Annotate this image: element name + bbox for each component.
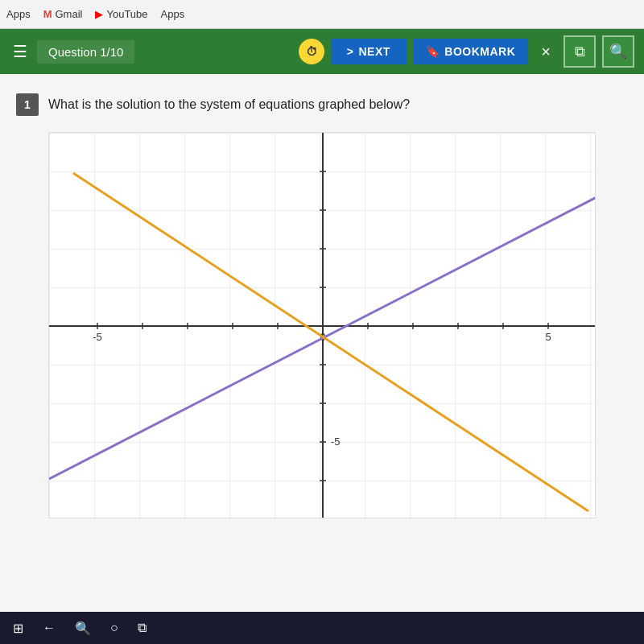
youtube-link[interactable]: ▶ YouTube — [95, 8, 147, 20]
gmail-label: Gmail — [55, 8, 82, 20]
question-counter: Question 1/10 — [37, 40, 134, 64]
search-button[interactable]: 🔍 — [602, 35, 634, 68]
youtube-icon: ▶ — [95, 8, 103, 20]
task-view-icon: ⧉ — [138, 621, 147, 634]
bookmark-label: BOOKMARK — [444, 45, 515, 58]
cortana-icon: ○ — [110, 621, 118, 634]
flashcard-button[interactable]: ⧉ — [564, 35, 596, 68]
apps-label: Apps — [6, 8, 31, 20]
question-block: 1 What is the solution to the system of … — [16, 93, 628, 116]
windows-button[interactable]: ⊞ — [6, 617, 30, 639]
graph-svg: -5 0 5 -5 — [49, 133, 596, 518]
back-button[interactable]: ← — [36, 617, 62, 638]
back-icon: ← — [43, 621, 56, 634]
search-taskbar-button[interactable]: 🔍 — [68, 617, 97, 639]
next-label: NEXT — [358, 45, 390, 58]
question-number: 1 — [16, 93, 39, 116]
hamburger-button[interactable]: ☰ — [10, 39, 31, 64]
gmail-icon: M — [43, 8, 52, 20]
question-text: What is the solution to the system of eq… — [48, 93, 410, 114]
close-button[interactable]: × — [535, 39, 557, 64]
svg-text:-5: -5 — [331, 436, 341, 448]
apps-link[interactable]: Apps — [6, 8, 31, 20]
browser-bar: Apps M Gmail ▶ YouTube Apps — [0, 0, 644, 29]
youtube-label: YouTube — [106, 8, 147, 20]
next-arrow: > — [347, 45, 354, 58]
bookmark-icon: 🔖 — [426, 45, 440, 58]
graph-container: -5 0 5 -5 — [48, 132, 596, 518]
extra-apps-label: Apps — [161, 8, 185, 20]
search-taskbar-icon: 🔍 — [75, 621, 91, 635]
flashcard-icon: ⧉ — [575, 43, 585, 60]
svg-text:5: 5 — [545, 331, 551, 343]
next-button[interactable]: > NEXT — [331, 39, 407, 64]
taskbar: ⊞ ← 🔍 ○ ⧉ — [0, 612, 644, 644]
search-icon: 🔍 — [609, 43, 627, 60]
timer-icon: ⏱ — [299, 39, 324, 64]
svg-text:-5: -5 — [93, 331, 102, 343]
extra-apps-link[interactable]: Apps — [161, 8, 185, 20]
windows-icon: ⊞ — [13, 621, 23, 635]
task-view-button[interactable]: ⧉ — [131, 617, 153, 638]
bookmark-button[interactable]: 🔖 BOOKMARK — [413, 39, 529, 64]
quiz-toolbar: ☰ Question 1/10 ⏱ > NEXT 🔖 BOOKMARK × ⧉ … — [0, 29, 644, 74]
gmail-link[interactable]: M Gmail — [43, 8, 83, 20]
cortana-button[interactable]: ○ — [104, 617, 125, 638]
main-content: 1 What is the solution to the system of … — [0, 74, 644, 612]
